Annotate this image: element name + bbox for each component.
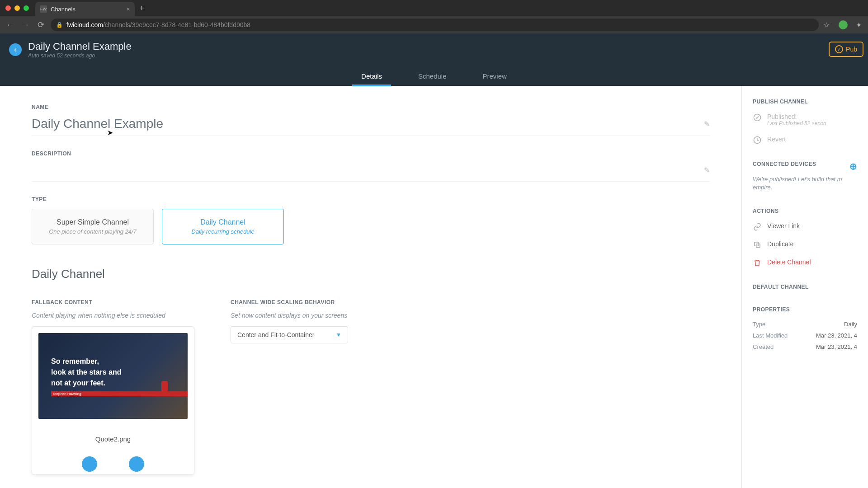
tabs-nav: Details Schedule Preview xyxy=(0,66,868,86)
bookmark-icon[interactable]: ☆ xyxy=(823,21,830,29)
scaling-column: CHANNEL WIDE SCALING BEHAVIOR Set how co… xyxy=(231,299,348,475)
publish-section-label: PUBLISH CHANNEL xyxy=(753,99,857,105)
prop-val: Mar 23, 2021, 4 xyxy=(816,332,857,339)
prop-val: Mar 23, 2021, 4 xyxy=(816,343,857,350)
prop-key: Type xyxy=(753,321,765,328)
window-controls xyxy=(5,5,29,11)
name-field-row: Daily Channel Example ✎ xyxy=(32,117,710,136)
published-title: Published! xyxy=(767,113,826,120)
revert-action[interactable]: Revert xyxy=(753,136,857,145)
tab-details[interactable]: Details xyxy=(361,67,382,85)
back-circle-button[interactable]: ‹ xyxy=(9,43,22,56)
action-button[interactable] xyxy=(82,456,97,472)
scaling-value: Center and Fit-to-Container xyxy=(237,331,314,338)
duplicate-action[interactable]: Duplicate xyxy=(753,240,857,249)
minimize-window[interactable] xyxy=(14,5,20,11)
fallback-actions xyxy=(32,456,194,474)
page-title: Daily Channel Example xyxy=(28,41,132,52)
chevron-down-icon: ▼ xyxy=(336,332,341,338)
type-card-title: Daily Channel xyxy=(173,218,273,226)
tab-title: Channels xyxy=(51,6,123,13)
type-card-title: Super Simple Channel xyxy=(43,218,142,226)
type-label: TYPE xyxy=(32,196,710,202)
published-status[interactable]: Published! Last Published 52 secon xyxy=(753,113,857,127)
type-card-sub: Daily recurring schedule xyxy=(173,228,273,235)
fallback-content-card[interactable]: So remember, look at the stars and not a… xyxy=(32,326,194,475)
properties-label: PROPERTIES xyxy=(753,306,857,313)
description-input[interactable] xyxy=(32,163,704,177)
trash-icon xyxy=(753,258,762,267)
fallback-column: FALLBACK CONTENT Content playing when no… xyxy=(32,299,194,475)
delete-label: Delete Channel xyxy=(767,258,811,266)
duplicate-label: Duplicate xyxy=(767,240,793,248)
published-sub: Last Published 52 secon xyxy=(767,120,826,127)
description-field-row: ✎ xyxy=(32,163,710,182)
right-sidebar: PUBLISH CHANNEL Published! Last Publishe… xyxy=(741,86,868,488)
close-tab-icon[interactable]: × xyxy=(127,5,130,13)
fallback-filename: Quote2.png xyxy=(32,425,194,456)
check-circle-icon: ✓ xyxy=(835,45,843,53)
svg-point-0 xyxy=(754,114,761,121)
type-card-simple[interactable]: Super Simple Channel One piece of conten… xyxy=(32,209,154,244)
extension-icon[interactable] xyxy=(839,20,848,29)
tab-preview[interactable]: Preview xyxy=(483,67,507,85)
scaling-hint: Set how content displays on your screens xyxy=(231,312,348,319)
url-domain: fwicloud.com xyxy=(66,21,103,28)
fallback-hint: Content playing when nothing else is sch… xyxy=(32,312,194,319)
browser-tab-strip: FW Channels × + xyxy=(0,0,868,16)
edit-icon[interactable]: ✎ xyxy=(704,166,710,174)
publish-label: Pub xyxy=(846,46,857,53)
app-header: ‹ Daily Channel Example Auto saved 52 se… xyxy=(0,33,868,66)
quote-line: look at the stars and xyxy=(51,367,188,378)
autosave-status: Auto saved 52 seconds ago xyxy=(28,52,132,59)
delete-action[interactable]: Delete Channel xyxy=(753,258,857,267)
forward-button[interactable]: → xyxy=(20,20,31,30)
fallback-label: FALLBACK CONTENT xyxy=(32,299,194,305)
revert-label: Revert xyxy=(767,136,786,143)
publish-button[interactable]: ✓ Pub xyxy=(829,42,863,57)
type-selector: Super Simple Channel One piece of conten… xyxy=(32,209,710,244)
lock-icon: 🔒 xyxy=(56,22,63,28)
property-row: Type Daily xyxy=(753,321,857,328)
url-path: /channels/39e9cec7-8d78-4e81-bd60-484b0f… xyxy=(103,21,250,28)
duplicate-icon xyxy=(753,240,762,249)
prop-key: Last Modified xyxy=(753,332,788,339)
close-window[interactable] xyxy=(5,5,11,11)
type-card-sub: One piece of content playing 24/7 xyxy=(43,228,142,235)
content-pane: NAME Daily Channel Example ✎ DESCRIPTION… xyxy=(0,86,741,488)
name-label: NAME xyxy=(32,104,710,110)
tab-schedule[interactable]: Schedule xyxy=(418,67,447,85)
quote-line: So remember, xyxy=(51,356,188,367)
revert-icon xyxy=(753,136,762,145)
maximize-window[interactable] xyxy=(24,5,29,11)
add-device-icon[interactable]: ⊕ xyxy=(849,161,858,172)
section-heading: Daily Channel xyxy=(32,267,710,281)
check-circle-icon xyxy=(753,113,762,122)
default-channel-label: DEFAULT CHANNEL xyxy=(753,284,857,290)
property-row: Last Modified Mar 23, 2021, 4 xyxy=(753,332,857,339)
action-button[interactable] xyxy=(129,456,144,472)
browser-tab[interactable]: FW Channels × xyxy=(35,2,135,16)
devices-section-label: CONNECTED DEVICES ⊕ xyxy=(753,161,857,167)
scaling-label: CHANNEL WIDE SCALING BEHAVIOR xyxy=(231,299,348,305)
scaling-select[interactable]: Center and Fit-to-Container ▼ xyxy=(231,326,348,343)
extensions-menu-icon[interactable]: ✦ xyxy=(856,21,862,29)
devices-message: We're published! Let's build that m empi… xyxy=(753,175,857,192)
new-tab-button[interactable]: + xyxy=(139,4,144,13)
edit-icon[interactable]: ✎ xyxy=(704,120,710,128)
browser-toolbar: ← → ⟳ 🔒 fwicloud.com/channels/39e9cec7-8… xyxy=(0,16,868,33)
main-area: NAME Daily Channel Example ✎ DESCRIPTION… xyxy=(0,86,868,488)
back-button[interactable]: ← xyxy=(5,20,15,30)
type-card-daily[interactable]: Daily Channel Daily recurring schedule xyxy=(162,209,284,244)
viewer-link-label: Viewer Link xyxy=(767,222,800,230)
address-bar[interactable]: 🔒 fwicloud.com/channels/39e9cec7-8d78-4e… xyxy=(51,19,819,31)
fallback-thumbnail: So remember, look at the stars and not a… xyxy=(38,333,188,419)
viewer-link-action[interactable]: Viewer Link xyxy=(753,222,857,231)
name-input[interactable]: Daily Channel Example xyxy=(32,117,704,131)
figure-silhouette xyxy=(161,381,168,392)
quote-attribution: Stephen Hawking xyxy=(51,391,188,396)
reload-button[interactable]: ⟳ xyxy=(35,20,46,30)
prop-key: Created xyxy=(753,343,774,350)
tab-favicon: FW xyxy=(40,5,47,13)
property-row: Created Mar 23, 2021, 4 xyxy=(753,343,857,350)
